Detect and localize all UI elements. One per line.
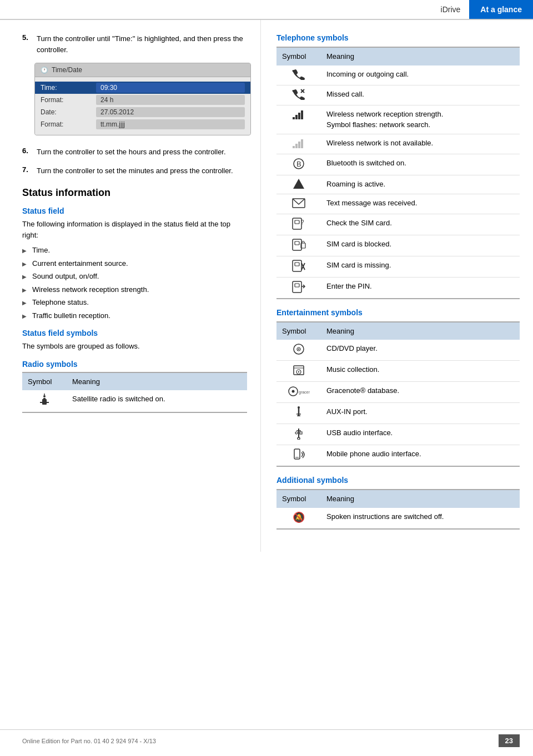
additional-symbols-heading: Additional symbols (276, 476, 520, 485)
table-row: SIM card is missing. (276, 256, 520, 277)
meaning-cell: SIM card is missing. (321, 256, 520, 277)
time-label: Time: (41, 84, 96, 92)
meaning-cell: Wireless network is not available. (321, 134, 520, 154)
bullet-entertainment: Current entertainment source. (32, 258, 128, 269)
svg-text:?: ? (301, 219, 304, 225)
additional-table-body: 🔕 Spoken instructions are switched off. (276, 508, 520, 529)
svg-rect-14 (298, 142, 300, 148)
time-row: Time: 09:30 (35, 82, 250, 94)
screenshot-title: Time/Date (52, 66, 82, 74)
meaning-cell: Gracenote® database. (321, 382, 520, 403)
entertainment-symbols-heading: Entertainment symbols (276, 308, 520, 317)
enter-pin-icon (291, 281, 306, 293)
meaning-cell: AUX-IN port. (321, 403, 520, 424)
symbol-cell (276, 134, 321, 154)
svg-point-41 (292, 390, 295, 393)
symbol-cell: 🔕 (276, 508, 321, 529)
symbol-cell (276, 194, 321, 214)
status-information-heading: Status information (22, 187, 247, 199)
add-meaning-col-header: Meaning (321, 490, 520, 508)
right-column: Telephone symbols Symbol Meaning Incomin… (261, 20, 533, 552)
ent-symbol-col-header: Symbol (276, 322, 321, 340)
symbol-cell (276, 361, 321, 382)
date-label: Date: (41, 108, 96, 116)
phone-icon (292, 69, 305, 80)
tel-meaning-col-header: Meaning (321, 47, 520, 65)
table-row: CD/DVD player. (276, 340, 520, 361)
svg-rect-11 (301, 110, 303, 119)
bullet-arrow-icon: ▶ (22, 246, 28, 255)
entertainment-table-header: Symbol Meaning (276, 322, 520, 340)
sim-check-icon: ? (291, 218, 306, 230)
svg-point-46 (298, 406, 300, 409)
step-7-text: Turn the controller to set the minutes a… (37, 165, 233, 177)
left-column: 5. Turn the controller until "Time:" is … (0, 20, 261, 552)
table-row: Music collection. (276, 361, 520, 382)
telephone-table-header: Symbol Meaning (276, 47, 520, 65)
table-row: USB audio interface. (276, 424, 520, 445)
sim-blocked-icon (291, 239, 306, 251)
symbol-cell (276, 175, 321, 194)
meaning-cell: Enter the PIN. (321, 277, 520, 299)
symbol-cell (276, 403, 321, 424)
idrive-label: iDrive (432, 0, 470, 19)
step-7-number: 7. (22, 165, 32, 177)
step-7: 7. Turn the controller to set the minute… (22, 165, 247, 177)
meaning-cell: Check the SIM card. (321, 214, 520, 235)
table-row: Roaming is active. (276, 175, 520, 194)
svg-rect-12 (293, 146, 295, 148)
no-signal-icon (292, 138, 305, 149)
step-5: 5. Turn the controller until "Time:" is … (22, 33, 247, 55)
status-field-symbols-description: The symbols are grouped as follows. (22, 341, 247, 352)
missed-call-icon (292, 89, 305, 100)
tel-symbol-col-header: Symbol (276, 47, 321, 65)
signal-strength-icon (292, 109, 305, 120)
bullet-traffic: Traffic bulletin reception. (32, 310, 110, 321)
svg-rect-13 (295, 144, 298, 148)
telephone-symbols-table: Symbol Meaning Incoming or outgoing call… (276, 47, 520, 299)
svg-rect-10 (298, 113, 300, 119)
page-header: iDrive At a glance (0, 0, 533, 20)
svg-point-35 (298, 349, 299, 350)
step-5-text: Turn the controller until "Time:" is hig… (37, 33, 247, 55)
telephone-table-body: Incoming or outgoing call. Missed call. (276, 65, 520, 299)
meaning-cell: Mobile phone audio interface. (321, 445, 520, 467)
step-6-number: 6. (22, 147, 32, 158)
svg-point-39 (298, 371, 299, 372)
table-row: gracenote Gracenote® database. (276, 382, 520, 403)
format-row-1: Format: 24 h (35, 94, 250, 106)
page-number: 23 (499, 734, 520, 747)
table-row: SIM card is blocked. (276, 235, 520, 256)
radio-table-body: Satellite radio is switched on. (22, 390, 247, 412)
table-row: Missed call. (276, 85, 520, 105)
status-field-heading: Status field (22, 206, 247, 215)
format-label-1: Format: (41, 96, 96, 104)
instructions-off-icon: 🔕 (291, 511, 306, 523)
entertainment-table-body: CD/DVD player. Music collection. (276, 340, 520, 466)
add-symbol-col-header: Symbol (276, 490, 321, 508)
symbol-cell: ? (276, 214, 321, 235)
radio-meaning-col-header: Meaning (67, 372, 247, 391)
ent-meaning-col-header: Meaning (321, 322, 520, 340)
format-label-2: Format: (41, 120, 96, 128)
svg-rect-9 (295, 115, 298, 119)
meaning-cell: Spoken instructions are switched off. (321, 508, 520, 529)
gracenote-icon: gracenote (288, 385, 310, 397)
radio-table-header: Symbol Meaning (22, 372, 247, 391)
svg-rect-27 (295, 263, 299, 266)
svg-text:gracenote: gracenote (299, 390, 310, 395)
meaning-cell: USB audio interface. (321, 424, 520, 445)
bullet-sound: Sound output, on/off. (32, 271, 99, 282)
svg-rect-36 (294, 366, 304, 375)
table-row: Satellite radio is switched on. (22, 390, 247, 412)
telephone-symbols-heading: Telephone symbols (276, 33, 520, 42)
svg-rect-3 (47, 402, 49, 403)
svg-rect-50 (300, 432, 302, 434)
table-row: Text message was received. (276, 194, 520, 214)
format-value-2: tt.mm.jjjj (96, 119, 245, 129)
table-row: Mobile phone audio interface. (276, 445, 520, 467)
symbol-cell (276, 105, 321, 134)
bullet-telephone: Telephone status. (32, 297, 89, 308)
step-5-number: 5. (22, 33, 32, 55)
sim-missing-icon (291, 260, 306, 272)
